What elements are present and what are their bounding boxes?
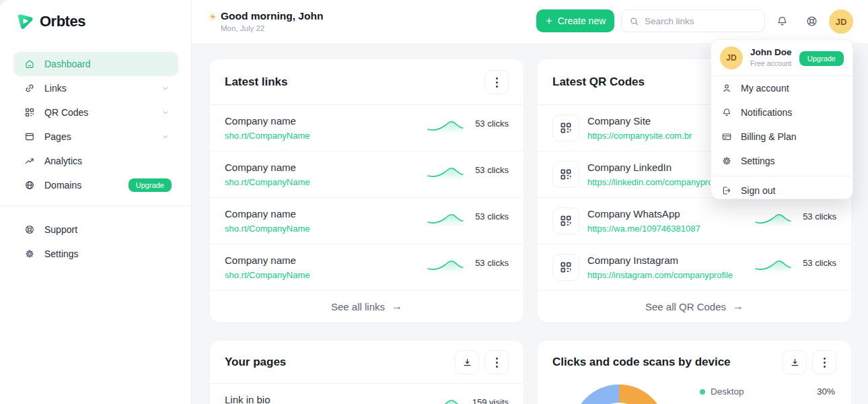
qr-url[interactable]: https://linkedin.com/companyprofile (587, 177, 724, 187)
qr-row[interactable]: Company WhatsApp https://wa.me/109746381… (538, 198, 851, 244)
card-title: Latest links (225, 75, 288, 89)
qr-url[interactable]: https://companysite.com.br (587, 131, 692, 141)
arrow-right-icon: → (392, 300, 402, 312)
support-icon[interactable] (805, 15, 819, 28)
sun-icon: ☀ (209, 11, 217, 22)
search-input[interactable] (645, 16, 746, 26)
menu-item-sign-out[interactable]: Sign out (711, 178, 853, 203)
more-options-button[interactable] (812, 350, 836, 374)
see-all-links-link[interactable]: See all links → (210, 291, 523, 322)
avatar[interactable]: JD (829, 9, 853, 34)
sidebar-item-support[interactable]: Support (13, 217, 178, 242)
upgrade-button[interactable]: Upgrade (799, 51, 844, 66)
menu-item-billing[interactable]: Billing & Plan (711, 125, 853, 149)
menu-item-my-account[interactable]: My account (711, 76, 853, 100)
sparkline-chart (427, 209, 464, 227)
visits-count: 159 visits (472, 397, 509, 404)
bell-icon (721, 107, 732, 118)
menu-item-label: Notifications (741, 107, 792, 118)
link-row[interactable]: Company name sho.rt/CompanyName 53 click… (210, 244, 523, 291)
clicks-count: 53 clicks (475, 211, 509, 222)
link-row[interactable]: Company name sho.rt/CompanyName 53 click… (210, 105, 523, 152)
menu-item-label: Sign out (741, 185, 775, 196)
card-title: Your pages (225, 356, 286, 369)
qr-title: Company LinkedIn (587, 162, 672, 173)
arrow-right-icon: → (733, 300, 744, 312)
sidebar-nav: Dashboard Links QR Codes Pages (13, 52, 178, 197)
link-row[interactable]: Company name sho.rt/CompanyName 53 click… (210, 198, 523, 244)
gear-icon (721, 156, 732, 166)
sidebar-item-pages[interactable]: Pages (13, 125, 178, 149)
card-header: Latest links (210, 59, 523, 105)
sidebar-item-label: Analytics (44, 156, 82, 166)
legend-label: Desktop (711, 386, 744, 397)
menu-item-notifications[interactable]: Notifications (711, 100, 853, 125)
kebab-icon (496, 77, 498, 88)
chevron-down-icon[interactable] (162, 133, 169, 140)
home-icon (24, 59, 35, 69)
brand-logo[interactable]: Orbtes (16, 12, 85, 30)
card-title: Latest QR Codes (552, 75, 645, 89)
sidebar-item-dashboard[interactable]: Dashboard (13, 52, 178, 76)
qr-url[interactable]: https://instagram.com/companyprofile (587, 270, 733, 280)
page-title: Link in bio (225, 394, 270, 404)
qr-url[interactable]: https://wa.me/109746381087 (587, 224, 700, 234)
latest-links-card: Latest links Company name sho.rt/Company… (210, 59, 523, 323)
sparkline-chart (427, 116, 464, 134)
sidebar-item-label: Pages (44, 131, 71, 142)
plus-icon (545, 17, 553, 25)
user-menu-header: JD John Doe Free account Upgrade (711, 40, 853, 76)
upgrade-badge[interactable]: Upgrade (129, 178, 172, 192)
create-new-button[interactable]: Create new (536, 9, 614, 32)
link-url[interactable]: sho.rt/CompanyName (225, 224, 310, 234)
sparkline-chart (427, 395, 464, 404)
download-button[interactable] (783, 350, 807, 374)
sidebar-footer-nav: Support Settings (13, 217, 178, 266)
page-row[interactable]: Link in bio 159 visits (210, 384, 523, 404)
chevron-down-icon[interactable] (162, 85, 169, 92)
link-row[interactable]: Company name sho.rt/CompanyName 53 click… (210, 152, 523, 198)
more-options-button[interactable] (484, 350, 509, 374)
qr-icon (24, 107, 35, 118)
sidebar-item-analytics[interactable]: Analytics (13, 149, 178, 173)
legend-item-desktop: Desktop 30% (700, 386, 835, 397)
sidebar-item-label: Settings (44, 248, 79, 259)
search-icon (629, 16, 639, 26)
user-name: John Doe (750, 47, 792, 57)
link-url[interactable]: sho.rt/CompanyName (225, 270, 310, 280)
download-button[interactable] (455, 350, 479, 374)
sidebar-item-label: Dashboard (44, 59, 91, 69)
kebab-icon (824, 358, 826, 368)
devices-chart-card: Clicks and code scans by device Desktop … (538, 341, 851, 404)
legend-value: 30% (817, 386, 835, 397)
qr-row[interactable]: Company Instagram https://instagram.com/… (538, 244, 851, 291)
device-donut-chart (572, 384, 666, 404)
see-all-label: See all links (331, 301, 385, 312)
sidebar-item-label: QR Codes (44, 107, 88, 118)
clicks-count: 53 clicks (475, 165, 509, 175)
menu-item-settings[interactable]: Settings (711, 149, 853, 173)
sidebar-item-links[interactable]: Links (13, 76, 178, 100)
search-box (621, 9, 765, 32)
see-all-qr-codes-link[interactable]: See all QR Codes → (538, 291, 851, 322)
clicks-count: 53 clicks (475, 119, 509, 129)
sidebar-item-domains[interactable]: Domains Upgrade (13, 173, 178, 197)
link-url[interactable]: sho.rt/CompanyName (225, 131, 310, 141)
sparkline-chart (754, 209, 792, 227)
kebab-icon (496, 358, 498, 368)
person-icon (721, 83, 732, 94)
qr-code-icon (552, 161, 579, 188)
your-pages-card: Your pages Link in bio 159 visits (210, 341, 523, 404)
chevron-down-icon[interactable] (162, 109, 169, 116)
user-plan: Free account (750, 59, 791, 67)
bell-icon[interactable] (776, 15, 789, 28)
sidebar-item-settings[interactable]: Settings (13, 242, 178, 266)
credit-card-icon (721, 131, 732, 142)
link-title: Company name (225, 162, 296, 173)
sidebar-item-qr-codes[interactable]: QR Codes (13, 100, 178, 125)
greeting-date: Mon, July 22 (221, 24, 323, 32)
more-options-button[interactable] (484, 70, 509, 94)
clicks-count: 53 clicks (803, 211, 836, 222)
link-url[interactable]: sho.rt/CompanyName (225, 177, 310, 187)
sidebar-item-label: Links (44, 83, 67, 94)
